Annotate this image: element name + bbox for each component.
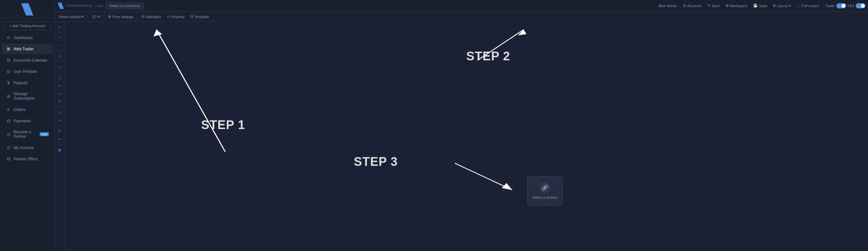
user-portfolio-icon: ⊡	[6, 69, 11, 74]
workspace-button[interactable]: ⊞ Workspace	[723, 3, 750, 9]
select-symbol-card[interactable]: 🔗 Select a symbol	[527, 176, 563, 205]
accounts-button[interactable]: ⊟ Accounts	[681, 3, 704, 9]
sidebar-item-orders[interactable]: ≡ Orders	[1, 104, 53, 115]
sidebar-item-my-account[interactable]: ⊙ My Account	[1, 142, 53, 153]
step2-label: STEP 2	[466, 50, 510, 63]
link-icon: 🔗	[539, 182, 551, 193]
indicators-button[interactable]: ⊟ Indicators	[139, 13, 164, 20]
interval-button[interactable]: 1D ▾	[89, 13, 102, 20]
sidebar-item-partner-offers[interactable]: ⊟ Partner Offers	[1, 154, 53, 164]
zoom-in-tool[interactable]: +	[56, 34, 63, 41]
chevron-down-icon: ▾	[82, 14, 84, 19]
sidebar-item-manage-subscription[interactable]: ⊛ Manage Subscription	[1, 89, 53, 103]
eye-tool[interactable]: ◉	[56, 146, 63, 153]
step1-label: STEP 1	[201, 118, 245, 132]
chart-left-tools: ↖ + − ↗ ↔ ╱ ✏ ▭ T ≡ ≡ ✎ ✏ ◉	[55, 22, 65, 251]
top-bar-left: volumetricatrading Feed Select a connect…	[57, 3, 659, 9]
svg-line-2	[478, 30, 524, 60]
svg-marker-5	[502, 183, 512, 190]
sidebar-item-label: Payouts	[13, 81, 27, 85]
workspace-icon: ⊞	[726, 4, 728, 8]
sidebar-item-economic-calendar[interactable]: ⊟ Economic Calendar	[1, 55, 53, 65]
ts-toggle[interactable]	[856, 3, 865, 8]
sidebar-item-label: Become a Partner	[13, 130, 36, 139]
pointer-tool[interactable]: ↗	[56, 53, 63, 60]
sidebar-item-become-partner[interactable]: ⊙ Become a Partner New	[1, 127, 53, 142]
add-trading-account-button[interactable]: + Add Trading Account	[3, 22, 51, 30]
sidebar-item-label: Manage Subscription	[13, 92, 49, 101]
sidebar-logo	[0, 0, 55, 19]
chart-canvas: STEP 1 STEP 2 STEP 3 🔗 Select a symbol	[65, 22, 868, 251]
separator	[57, 61, 63, 62]
select-symbol-button[interactable]: Select symbol ▾	[56, 13, 87, 20]
save-button[interactable]: 💾 Save	[751, 3, 769, 9]
select-symbol-text: Select a symbol	[532, 195, 558, 199]
sync-label: Sync	[712, 4, 719, 8]
chart-toolbar: Select symbol ▾ 1D ▾ ⊞ Price settings ⊟ …	[55, 11, 868, 22]
pan-tool[interactable]: ↔	[56, 63, 63, 70]
cursor-tool[interactable]: ↖	[56, 23, 63, 30]
payments-icon: ⊟	[6, 118, 11, 123]
separator	[137, 14, 138, 19]
select-symbol-label: Select symbol	[59, 15, 81, 19]
separator	[104, 14, 104, 19]
sidebar-item-web-trader[interactable]: ⊞ Web Trader	[1, 43, 53, 54]
sidebar-item-label: Partner Offers	[13, 157, 38, 161]
ts-toggle-group: T&S	[847, 3, 865, 8]
sidebar-item-payouts[interactable]: $ Payouts	[1, 77, 53, 88]
svg-line-4	[455, 163, 512, 190]
annotate-tool[interactable]: ✎	[56, 127, 63, 134]
logo-icon	[21, 3, 34, 15]
text-tool[interactable]: T	[56, 98, 63, 105]
orders-icon: ≡	[6, 107, 11, 112]
separator	[57, 32, 63, 32]
chart-body: ↖ + − ↗ ↔ ╱ ✏ ▭ T ≡ ≡ ✎ ✏ ◉	[55, 22, 868, 251]
accounts-label: Accounts	[687, 4, 702, 8]
top-bar: volumetricatrading Feed Select a connect…	[55, 0, 868, 11]
erase-tool[interactable]: ✏	[56, 135, 63, 143]
sidebar-item-label: Orders	[13, 107, 26, 112]
arrows-svg	[65, 22, 868, 251]
template-button[interactable]: ⊟ Template	[188, 13, 212, 20]
sidebar-item-user-portfolio[interactable]: ⊡ User Portfolio	[1, 66, 53, 77]
draw-tool[interactable]: ✏	[56, 82, 63, 89]
become-partner-icon: ⊙	[6, 132, 11, 137]
economic-calendar-icon: ⊟	[6, 58, 11, 63]
trade-toggle[interactable]	[836, 3, 846, 8]
sidebar-item-label: Web Trader	[13, 47, 34, 51]
save-icon: 💾	[753, 4, 757, 8]
template-label: Template	[194, 15, 209, 19]
separator	[679, 3, 679, 9]
select-connection-button[interactable]: Select a connection	[106, 3, 144, 9]
svg-marker-3	[518, 30, 527, 35]
feed-label: Feed	[95, 4, 103, 8]
sidebar-item-payments[interactable]: ⊟ Payments	[1, 116, 53, 126]
zoom-out-tool[interactable]: −	[56, 42, 63, 49]
trade-toggle-group: Trade	[826, 3, 846, 8]
manage-subscription-icon: ⊛	[6, 94, 11, 99]
rect-tool[interactable]: ▭	[56, 90, 63, 97]
accounts-icon: ⊟	[683, 4, 686, 8]
property-label: Property	[171, 15, 185, 19]
price-settings-button[interactable]: ⊞ Price settings	[105, 13, 136, 20]
web-trader-icon: ⊞	[6, 46, 11, 51]
property-button[interactable]: ⊙ Property	[164, 13, 187, 20]
svg-line-0	[156, 30, 225, 152]
layout-button[interactable]: ⊞ Layout ▾	[771, 3, 793, 9]
measure-tool[interactable]: ≡	[56, 109, 63, 116]
separator	[88, 14, 88, 19]
separator2	[823, 3, 824, 9]
fullscreen-button[interactable]: ⛶ Full screen	[795, 3, 821, 9]
sidebar-item-dashboard[interactable]: ⊙ Dashboard	[1, 32, 53, 43]
measure2-tool[interactable]: ≡	[56, 117, 63, 124]
line-tool[interactable]: ╱	[56, 74, 63, 81]
separator	[57, 125, 63, 126]
sync-button[interactable]: ↻ Sync	[705, 3, 722, 9]
price-settings-label: Price settings	[112, 15, 133, 19]
sidebar-item-label: Dashboard	[13, 35, 33, 40]
property-icon: ⊙	[167, 14, 170, 19]
price-settings-icon: ⊞	[108, 14, 111, 19]
sidebar-item-label: User Portfolio	[13, 69, 37, 74]
separator	[57, 51, 63, 51]
sync-icon: ↻	[708, 4, 711, 8]
